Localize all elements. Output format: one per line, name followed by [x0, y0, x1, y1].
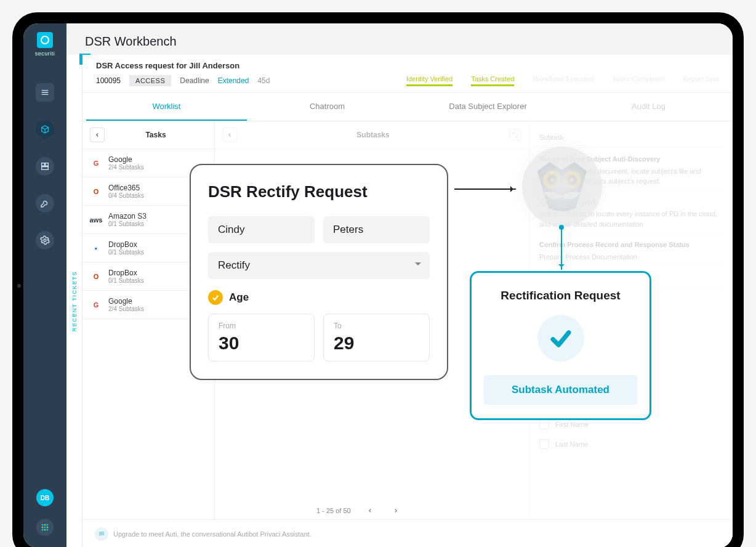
detail-block2-title: Create PD Report [539, 197, 723, 208]
request-type-badge: ACCESS [129, 75, 171, 86]
detail-block4-title: Retention Log [539, 272, 723, 283]
step-identity-verified: Identity Verified [406, 75, 452, 86]
detail-panel: Subtask Scope of Data Subject Auti-Disco… [529, 121, 733, 519]
task-subtask-count: 0/1 Subtasks [108, 221, 147, 227]
brand-name: securiti [35, 51, 55, 57]
detail-block3-title: Confirm Process Record and Response Stat… [539, 240, 723, 250]
nav-wrench-icon[interactable] [36, 194, 54, 213]
task-subtask-count: 0/1 Subtasks [108, 277, 144, 284]
task-app-icon: O [90, 185, 102, 198]
pagination: 1 - 25 of 50 [316, 504, 403, 517]
to-label: To [334, 322, 419, 330]
deadline-days: 45d [257, 76, 270, 85]
from-label: From [219, 322, 304, 330]
task-name: Office365 [108, 184, 144, 192]
checkbox[interactable] [539, 363, 549, 373]
user-avatar[interactable]: DB [36, 489, 54, 506]
task-subtask-count: 2/4 Subtasks [108, 306, 144, 312]
check-circle-icon [208, 290, 223, 305]
chat-bubble-icon[interactable] [95, 527, 108, 541]
deadline-label: Deadline [180, 76, 209, 85]
tabs: Worklist Chatroom Data Subject Explorer … [82, 93, 733, 121]
step-workflows-executed: Workflows Executed [533, 75, 593, 86]
tab-worklist[interactable]: Worklist [86, 93, 247, 121]
recent-tickets-label: RECENT TICKETS [71, 271, 78, 331]
step-tasks-completed: Tasks Completed [613, 75, 664, 86]
app-sidebar: securiti DB [23, 23, 66, 547]
task-app-icon: aws [90, 214, 102, 226]
prev-page-button[interactable] [363, 504, 377, 517]
svg-point-10 [42, 527, 44, 529]
rectify-request-modal: DSR Rectify Request Cindy Peters Rectify… [190, 164, 448, 380]
task-app-icon: G [90, 299, 102, 311]
tab-audit-log[interactable]: Audit Log [568, 93, 729, 121]
first-name-field[interactable]: Cindy [208, 216, 315, 243]
apps-grid-icon[interactable] [36, 519, 54, 536]
task-name: DropBox [108, 269, 144, 277]
nav-gear-icon[interactable] [36, 231, 54, 249]
svg-point-14 [44, 529, 46, 531]
rectify-modal-title: DSR Rectify Request [208, 182, 430, 201]
next-page-button[interactable] [389, 504, 403, 517]
age-from-box[interactable]: From 30 [208, 314, 315, 362]
checkbox[interactable] [539, 439, 549, 449]
request-title: DSR Access request for Jill Anderson [96, 61, 719, 70]
page-title: DSR Workbench [85, 34, 714, 49]
expand-subtasks-button[interactable] [509, 129, 521, 141]
task-name: Google [108, 297, 144, 306]
svg-point-12 [47, 527, 49, 529]
svg-point-13 [42, 529, 44, 531]
checkbox[interactable] [539, 343, 549, 353]
progress-steps: Identity Verified Tasks Created Workflow… [406, 75, 719, 86]
checkbox[interactable] [539, 419, 549, 429]
svg-rect-5 [42, 167, 49, 170]
task-subtask-count: 0/1 Subtasks [108, 249, 144, 256]
action-select[interactable]: Rectify [208, 252, 430, 279]
task-name: DropBox [108, 240, 144, 249]
svg-point-11 [44, 527, 46, 529]
nav-dashboard-icon[interactable] [36, 157, 54, 176]
request-id: 100095 [96, 76, 121, 85]
last-name-field[interactable]: Peters [323, 216, 430, 243]
nav-cube-icon[interactable] [36, 120, 54, 139]
attribute-label: Age [229, 291, 249, 304]
tasks-back-button[interactable] [90, 128, 105, 142]
subtasks-header: Subtasks [237, 131, 509, 139]
task-subtask-count: 0/4 Subtasks [108, 192, 144, 199]
to-value: 29 [334, 333, 419, 354]
footer-message: Upgrade to meet Auti, the conversational… [113, 530, 312, 538]
tasks-header: Tasks [105, 131, 207, 139]
brand: securiti [35, 32, 55, 57]
svg-point-6 [44, 239, 46, 241]
detail-block3-text: Prepare Process Documentation [539, 253, 637, 261]
brand-logo-icon [37, 32, 53, 48]
detail-block1-title: Scope of Data Subject Auti-Discovery [539, 154, 723, 164]
deadline-status: Extended [218, 76, 249, 85]
detail-heading: Subtask [539, 134, 564, 141]
detail-block1-text: Using the attached document, locate subj… [539, 168, 701, 185]
svg-rect-3 [42, 163, 45, 166]
pagination-text: 1 - 25 of 50 [316, 507, 351, 514]
svg-point-15 [47, 529, 49, 531]
svg-point-9 [47, 524, 49, 526]
svg-point-7 [42, 524, 44, 526]
task-app-icon: O [90, 270, 102, 283]
svg-rect-4 [46, 163, 49, 166]
task-subtask-count: 2/4 Subtasks [108, 164, 144, 171]
step-tasks-created: Tasks Created [471, 75, 514, 86]
step-report-sent: Report Sent [683, 75, 719, 86]
task-app-icon: G [90, 157, 102, 169]
tab-data-subject-explorer[interactable]: Data Subject Explorer [408, 93, 568, 121]
task-name: Google [108, 155, 144, 164]
request-header: DSR Access request for Jill Anderson 100… [82, 55, 733, 93]
task-app-icon: ▪ [90, 242, 102, 254]
tab-chatroom[interactable]: Chatroom [247, 93, 408, 121]
svg-point-8 [44, 524, 46, 526]
recent-tickets-strip: RECENT TICKETS [66, 55, 82, 547]
task-name: Amazon S3 [108, 212, 147, 221]
from-value: 30 [219, 333, 304, 354]
subtasks-back-button[interactable] [222, 128, 237, 142]
menu-icon[interactable] [36, 83, 54, 102]
detail-block2-text: Use automation to locate every instance … [539, 210, 717, 228]
age-to-box[interactable]: To 29 [323, 314, 430, 362]
